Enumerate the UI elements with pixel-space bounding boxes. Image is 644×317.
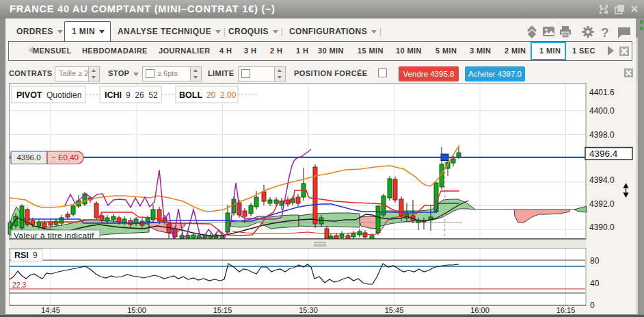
- svg-text:4390.0: 4390.0: [589, 223, 615, 232]
- svg-text:22.3: 22.3: [12, 281, 27, 289]
- svg-text:9 26 52: 9 26 52: [126, 90, 158, 100]
- svg-text:4396.4: 4396.4: [589, 149, 618, 159]
- svg-text:0: 0: [590, 301, 595, 310]
- svg-text:16:15: 16:15: [556, 306, 576, 314]
- svg-text:4394.0: 4394.0: [589, 175, 615, 185]
- svg-text:15:30: 15:30: [299, 306, 318, 314]
- svg-text:PIVOT: PIVOT: [16, 90, 42, 100]
- svg-text:40: 40: [590, 279, 600, 288]
- svg-text:?: ?: [601, 25, 609, 40]
- svg-text:4392.0: 4392.0: [589, 199, 615, 209]
- svg-text:9: 9: [33, 251, 38, 260]
- svg-text:Quotidien: Quotidien: [46, 90, 81, 100]
- svg-text:BOLL: BOLL: [179, 90, 202, 100]
- svg-text:4398.0: 4398.0: [589, 130, 615, 140]
- svg-text:ICHI: ICHI: [105, 90, 122, 100]
- svg-text:15:45: 15:45: [385, 306, 404, 314]
- svg-text:16:00: 16:00: [470, 306, 489, 314]
- svg-text:− E0,40: − E0,40: [51, 153, 79, 162]
- svg-text:RSI: RSI: [14, 251, 29, 260]
- svg-text:4400.0: 4400.0: [589, 106, 615, 116]
- svg-text:4396.0: 4396.0: [16, 153, 40, 162]
- svg-text:15:00: 15:00: [127, 306, 146, 314]
- svg-text:20 2.00: 20 2.00: [206, 90, 237, 100]
- svg-text:80: 80: [590, 256, 600, 266]
- svg-text:4401.6: 4401.6: [589, 88, 615, 97]
- svg-text:14:45: 14:45: [41, 306, 60, 314]
- svg-text:15:15: 15:15: [213, 306, 232, 314]
